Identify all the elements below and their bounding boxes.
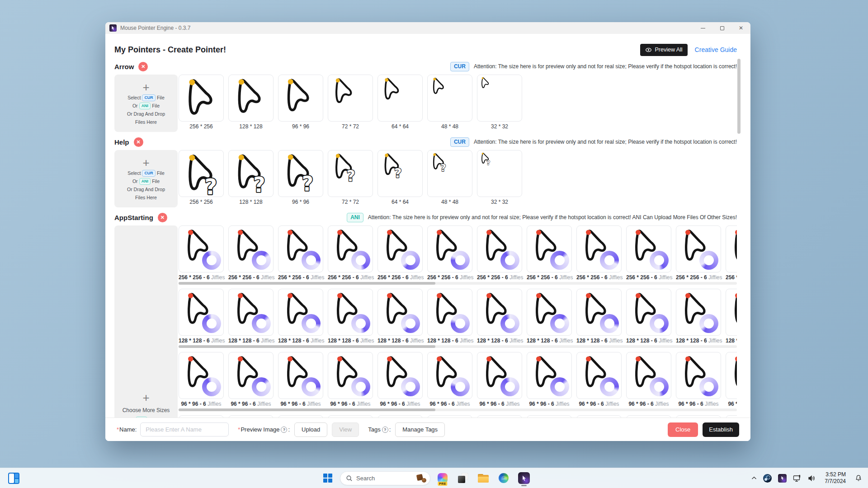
delete-section-button[interactable]: ✕	[134, 137, 143, 147]
horizontal-scrollbar[interactable]	[179, 282, 737, 285]
overlapping-squares-app-icon[interactable]	[455, 469, 471, 487]
delete-section-button[interactable]: ✕	[158, 213, 167, 222]
animation-frame-tile[interactable]: 96 * 96 - 6 Jiffies	[477, 352, 522, 407]
animation-frame-tile[interactable]: 128 * 128 - 6 Jiffies	[377, 289, 423, 344]
animation-frame-tile[interactable]: 256 * 256 - 6 Jiffies	[626, 225, 671, 281]
animation-frame-tile[interactable]: 128 * 128 - 6 Jiffies	[726, 289, 737, 344]
tray-chevron-up-icon[interactable]	[749, 470, 759, 486]
animation-frame-tile[interactable]: 256 * 256 - 6 Jiffies	[676, 225, 721, 281]
cursor-size-tile[interactable]: 64 * 64	[377, 75, 423, 130]
name-input[interactable]	[140, 422, 229, 436]
animation-frame-tile[interactable]: 128 * 128 - 6 Jiffies	[576, 289, 622, 344]
animation-frame-tile[interactable]: 256 * 256 - 6 Jiffies	[328, 225, 373, 281]
help-circle-icon[interactable]: ?	[382, 427, 388, 433]
animation-frame-tile[interactable]: 128 * 128 - 6 Jiffies	[676, 289, 721, 344]
scrollbar-thumb[interactable]	[179, 282, 435, 285]
cursor-size-tile[interactable]: 32 * 32	[477, 75, 522, 130]
animation-frame-tile[interactable]: 128 * 128 - 6 Jiffies	[179, 289, 224, 344]
titlebar[interactable]: Mouse Pointer Engine - 0.3.7 ✕	[105, 22, 750, 34]
manage-tags-button[interactable]: Manage Tags	[395, 422, 445, 437]
close-button[interactable]: Close	[668, 422, 698, 437]
vertical-scrollbar[interactable]	[737, 59, 741, 134]
cursor-size-tile[interactable]: 128 * 128	[228, 75, 274, 130]
animation-frame-tile[interactable]: 128 * 128 - 6 Jiffies	[477, 289, 522, 344]
section-title: AppStarting	[114, 214, 153, 221]
animation-frame-tile[interactable]: 96 * 96 - 6 Jiffies	[676, 352, 721, 407]
scrollbar-thumb[interactable]	[179, 345, 435, 348]
tile-size-label: 96 * 96 - 6 Jiffies	[377, 401, 423, 407]
search-input[interactable]	[356, 475, 416, 482]
view-button[interactable]: View	[332, 422, 359, 437]
notification-bell-icon[interactable]: z	[853, 470, 864, 486]
animation-frame-tile[interactable]: 256 * 256 - 6 Jiffies	[377, 225, 423, 281]
hotspot-dot	[288, 155, 293, 160]
cursor-preview-card	[527, 225, 572, 272]
cursor-size-tile[interactable]: ? 256 * 256	[179, 150, 224, 205]
animation-frame-tile[interactable]: 256 * 256 - 6 Jiffies	[427, 225, 472, 281]
start-button[interactable]	[320, 469, 336, 487]
maximize-button[interactable]	[712, 22, 731, 34]
animation-frame-tile[interactable]: 96 * 96 - 6 Jiffies	[377, 352, 423, 407]
display-pen-tray-icon[interactable]	[791, 470, 804, 486]
animation-frame-tile[interactable]: 128 * 128 - 6 Jiffies	[626, 289, 671, 344]
choose-more-sizes-dropzone[interactable]: + Choose More Sizes ANIFile	[114, 225, 178, 418]
animation-frame-tile[interactable]: 128 * 128 - 6 Jiffies	[228, 289, 274, 344]
copilot-icon[interactable]: PRE	[434, 469, 451, 487]
volume-icon[interactable]	[806, 470, 818, 486]
file-explorer-icon[interactable]	[475, 469, 491, 487]
clock-and-date[interactable]: 3:52 PM 7/7/2024	[820, 470, 851, 486]
animation-frame-tile[interactable]: 96 * 96 - 6 Jiffies	[726, 352, 737, 407]
widgets-icon[interactable]	[5, 469, 22, 487]
animation-frame-tile[interactable]: 256 * 256 - 6 Jiffies	[527, 225, 572, 281]
cursor-size-tile[interactable]: ? 128 * 128	[228, 150, 274, 205]
scrollbar-thumb[interactable]	[179, 408, 435, 411]
mouse-pointer-engine-taskbar-icon[interactable]	[516, 469, 532, 487]
animation-frame-tile[interactable]: 128 * 128 - 6 Jiffies	[328, 289, 373, 344]
animation-frame-tile[interactable]: 256 * 256 - 6 Jiffies	[228, 225, 274, 281]
upload-dropzone[interactable]: + SelectCURFile OrANIFile Or Drag And Dr…	[114, 150, 178, 207]
cursor-preview-card	[477, 75, 522, 122]
animation-frame-tile[interactable]: 256 * 256 - 6 Jiffies	[576, 225, 622, 281]
steam-tray-icon[interactable]	[761, 470, 774, 486]
cursor-size-tile[interactable]: ? 96 * 96	[278, 150, 323, 205]
animation-frame-tile[interactable]: 96 * 96 - 6 Jiffies	[179, 352, 224, 407]
horizontal-scrollbar[interactable]	[179, 345, 737, 348]
animation-frame-tile[interactable]: 256 * 256 - 6 Jiffies	[477, 225, 522, 281]
establish-button[interactable]: Establish	[703, 422, 739, 437]
animation-frame-tile[interactable]: 96 * 96 - 6 Jiffies	[626, 352, 671, 407]
minimize-button[interactable]	[693, 22, 712, 34]
required-asterisk: *	[117, 426, 119, 433]
cursor-size-tile[interactable]: 48 * 48	[427, 75, 472, 130]
animation-frame-tile[interactable]: 96 * 96 - 6 Jiffies	[278, 352, 323, 407]
close-window-button[interactable]: ✕	[731, 22, 750, 34]
cursor-size-tile[interactable]: ? 48 * 48	[427, 150, 472, 205]
animation-frame-tile[interactable]: 128 * 128 - 6 Jiffies	[427, 289, 472, 344]
upload-dropzone[interactable]: + SelectCURFile OrANIFile Or Drag And Dr…	[114, 75, 178, 132]
creative-guide-link[interactable]: Creative Guide	[695, 46, 737, 53]
horizontal-scrollbar[interactable]	[179, 408, 737, 411]
mouse-pointer-engine-tray-icon[interactable]	[776, 470, 789, 486]
cursor-size-tile[interactable]: 72 * 72	[328, 75, 373, 130]
edge-browser-icon[interactable]	[495, 469, 512, 487]
animation-frame-tile[interactable]: 96 * 96 - 6 Jiffies	[527, 352, 572, 407]
cursor-size-tile[interactable]: 256 * 256	[179, 75, 224, 130]
cursor-size-tile[interactable]: ? 64 * 64	[377, 150, 423, 205]
animation-frame-tile[interactable]: 128 * 128 - 6 Jiffies	[278, 289, 323, 344]
preview-image-label: Preview Image	[241, 426, 279, 433]
animation-frame-tile[interactable]: 96 * 96 - 6 Jiffies	[576, 352, 622, 407]
taskbar-search[interactable]	[340, 471, 430, 485]
help-circle-icon[interactable]: ?	[281, 427, 287, 433]
preview-all-button[interactable]: Preview All	[640, 44, 687, 56]
animation-frame-tile[interactable]: 96 * 96 - 6 Jiffies	[427, 352, 472, 407]
upload-button[interactable]: Upload	[294, 422, 327, 437]
delete-section-button[interactable]: ✕	[138, 62, 148, 71]
animation-frame-tile[interactable]: 96 * 96 - 6 Jiffies	[328, 352, 373, 407]
cursor-size-tile[interactable]: ? 32 * 32	[477, 150, 522, 205]
animation-frame-tile[interactable]: 256 * 256 - 6 Jiffies	[278, 225, 323, 281]
animation-frame-tile[interactable]: 96 * 96 - 6 Jiffies	[228, 352, 274, 407]
animation-frame-tile[interactable]: 256 * 256 - 6 Jiffies	[726, 225, 737, 281]
cursor-size-tile[interactable]: 96 * 96	[278, 75, 323, 130]
cursor-size-tile[interactable]: ? 72 * 72	[328, 150, 373, 205]
animation-frame-tile[interactable]: 256 * 256 - 6 Jiffies	[179, 225, 224, 281]
animation-frame-tile[interactable]: 128 * 128 - 6 Jiffies	[527, 289, 572, 344]
